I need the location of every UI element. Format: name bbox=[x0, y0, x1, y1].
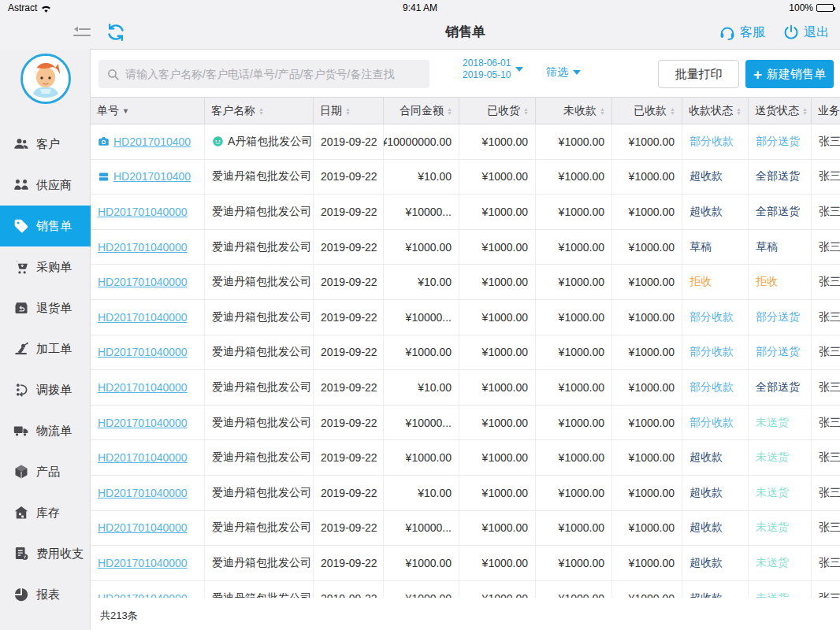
sidebar-item-供应商[interactable]: 供应商 bbox=[0, 165, 91, 206]
cell-contract: ¥10.00 bbox=[384, 476, 459, 510]
table-row[interactable]: HD201701040000爱迪丹箱包批发公司2019-09-22¥1000.0… bbox=[91, 581, 840, 598]
column-header-label: 日期 bbox=[320, 104, 342, 118]
cell-order_no: HD201701040000 bbox=[91, 335, 205, 370]
table-row[interactable]: HD201701040000爱迪丹箱包批发公司2019-09-22¥1000.0… bbox=[91, 546, 840, 581]
received_payment-value: ¥1000.00 bbox=[629, 346, 675, 358]
order-number-link[interactable]: HD201701040000 bbox=[98, 417, 188, 429]
sidebar-item-库存[interactable]: 库存 bbox=[0, 492, 91, 533]
order-number-link[interactable]: HD201701040000 bbox=[98, 521, 188, 534]
sidebar-item-采购单[interactable]: 采购单 bbox=[0, 246, 91, 287]
order-number-link[interactable]: HD201701040000 bbox=[98, 311, 188, 324]
customer-service-button[interactable]: 客服 bbox=[719, 24, 765, 41]
logout-button[interactable]: 退出 bbox=[782, 24, 829, 41]
order-number-link[interactable]: HD201701040000 bbox=[98, 557, 188, 569]
order-number-link[interactable]: HD201701040000 bbox=[98, 381, 188, 394]
sidebar-item-加工单[interactable]: 加工单 bbox=[0, 328, 91, 369]
date-value: 2019-09-22 bbox=[321, 276, 377, 288]
table-row[interactable]: HD201701040000爱迪丹箱包批发公司2019-09-22¥10000.… bbox=[91, 300, 840, 335]
cell-received_goods: ¥1000.00 bbox=[459, 406, 536, 440]
cell-received_goods: ¥1000.00 bbox=[459, 476, 536, 510]
table-row[interactable]: HD201701040000爱迪丹箱包批发公司2019-09-22¥10000.… bbox=[91, 406, 840, 441]
sidebar-item-客户[interactable]: 客户 bbox=[0, 124, 91, 165]
received_goods-value: ¥1000.00 bbox=[482, 487, 528, 499]
table-row[interactable]: HD201701040000爱迪丹箱包批发公司2019-09-22¥10.00¥… bbox=[91, 476, 840, 511]
orders-table: 单号▼客户名称▲▼日期▲▼合同金额▲▼已收货▲▼未收款▲▼已收款▲▼收款状态▲▼… bbox=[91, 97, 840, 598]
column-header-已收货[interactable]: 已收货▲▼ bbox=[459, 98, 536, 124]
cell-received_goods: ¥1000.00 bbox=[459, 300, 536, 335]
delivery_status-value: 部分送货 bbox=[756, 135, 800, 149]
cell-pay_status: 超收款 bbox=[682, 195, 749, 229]
column-header-日期[interactable]: 日期▲▼ bbox=[314, 98, 384, 124]
pay_status-value: 超收款 bbox=[689, 556, 723, 570]
logout-label: 退出 bbox=[804, 24, 829, 41]
sidebar-item-销售单[interactable]: 销售单 bbox=[0, 206, 91, 246]
cell-salesperson: 张三 bbox=[812, 195, 840, 229]
batch-print-button[interactable]: 批量打印 bbox=[658, 60, 739, 88]
user-avatar[interactable] bbox=[20, 54, 71, 104]
cell-received_goods: ¥1000.00 bbox=[459, 370, 536, 405]
cell-order_no: HD201701040000 bbox=[91, 195, 205, 229]
table-row[interactable]: HD2017010400A丹箱包批发公司2019-09-22¥10000000.… bbox=[91, 124, 840, 160]
cell-unpaid: ¥1000.00 bbox=[536, 230, 612, 265]
cell-contract: ¥10.00 bbox=[384, 265, 459, 299]
sidebar-item-调拨单[interactable]: 调拨单 bbox=[0, 369, 91, 410]
unpaid-value: ¥1000.00 bbox=[559, 557, 604, 569]
column-header-合同金额[interactable]: 合同金额▲▼ bbox=[384, 98, 459, 124]
date-range-picker[interactable]: 2018-06-01 2019-05-10 bbox=[463, 57, 523, 81]
sidebar-item-物流单[interactable]: 物流单 bbox=[0, 410, 91, 451]
column-header-业务[interactable]: 业务 bbox=[812, 98, 840, 124]
order-number-link[interactable]: HD201701040000 bbox=[98, 206, 188, 218]
sidebar-item-报表[interactable]: 报表 bbox=[0, 574, 91, 615]
cell-contract: ¥10000000.00 bbox=[384, 124, 459, 159]
sidebar-item-产品[interactable]: 产品 bbox=[0, 451, 91, 492]
cell-salesperson: 张三 bbox=[812, 440, 840, 475]
delivery_status-value: 全部送货 bbox=[756, 169, 800, 183]
order-number-link[interactable]: HD201701040000 bbox=[98, 451, 188, 464]
column-header-已收款[interactable]: 已收款▲▼ bbox=[612, 98, 682, 124]
sidebar-item-退货单[interactable]: 退货单 bbox=[0, 287, 91, 328]
customer-name: A丹箱包批发公司 bbox=[228, 135, 312, 149]
cell-salesperson: 张三 bbox=[812, 370, 840, 405]
contract-value: ¥1000.00 bbox=[406, 557, 452, 569]
table-row[interactable]: HD201701040000爱迪丹箱包批发公司2019-09-22¥1000.0… bbox=[91, 230, 840, 265]
order-number-link[interactable]: HD201701040000 bbox=[98, 487, 188, 499]
order-number-link[interactable]: HD201701040000 bbox=[98, 276, 188, 288]
collapse-sidebar-icon[interactable] bbox=[72, 24, 91, 41]
cell-delivery_status: 未送货 bbox=[749, 440, 812, 475]
cell-salesperson: 张三 bbox=[812, 124, 840, 159]
column-header-收款状态[interactable]: 收款状态▲▼ bbox=[682, 98, 749, 124]
column-header-单号[interactable]: 单号▼ bbox=[91, 98, 205, 124]
salesperson-value: 张三 bbox=[819, 521, 840, 535]
table-row[interactable]: HD201701040000爱迪丹箱包批发公司2019-09-22¥10.00¥… bbox=[91, 370, 840, 406]
order-number-link[interactable]: HD201701040000 bbox=[98, 241, 188, 254]
table-row[interactable]: HD201701040000爱迪丹箱包批发公司2019-09-22¥1000.0… bbox=[91, 440, 840, 476]
cell-customer: 爱迪丹箱包批发公司 bbox=[205, 160, 314, 195]
column-header-客户名称[interactable]: 客户名称▲▼ bbox=[205, 98, 314, 124]
search-input[interactable] bbox=[125, 68, 422, 80]
main-content: 2018-06-01 2019-05-10 筛选 批量打印 + 新建销售单 单号… bbox=[91, 49, 840, 630]
unpaid-value: ¥1000.00 bbox=[559, 381, 604, 394]
cell-received_goods: ¥1000.00 bbox=[459, 581, 536, 598]
column-header-label: 收款状态 bbox=[689, 104, 733, 118]
order-number-link[interactable]: HD201701040000 bbox=[98, 346, 188, 358]
column-header-未收款[interactable]: 未收款▲▼ bbox=[536, 98, 612, 124]
sidebar-item-费用收支[interactable]: 费用收支 bbox=[0, 533, 91, 574]
table-row[interactable]: HD201701040000爱迪丹箱包批发公司2019-09-22¥10.00¥… bbox=[91, 265, 840, 300]
table-row[interactable]: HD201701040000爱迪丹箱包批发公司2019-09-22¥1000.0… bbox=[91, 335, 840, 371]
new-sales-order-button[interactable]: + 新建销售单 bbox=[745, 60, 834, 88]
order-number-link[interactable]: HD2017010400 bbox=[113, 135, 191, 148]
table-row[interactable]: HD201701040000爱迪丹箱包批发公司2019-09-22¥10000.… bbox=[91, 511, 840, 547]
cell-pay_status: 超收款 bbox=[682, 511, 749, 546]
table-row[interactable]: HD201701040000爱迪丹箱包批发公司2019-09-22¥10000.… bbox=[91, 195, 840, 230]
sort-carets-icon: ▲▼ bbox=[523, 107, 529, 115]
order-number-link[interactable]: HD2017010400 bbox=[113, 170, 191, 183]
table-row[interactable]: HD2017010400爱迪丹箱包批发公司2019-09-22¥10.00¥10… bbox=[91, 160, 840, 195]
order-number-link[interactable]: HD201701040000 bbox=[98, 592, 188, 598]
received_goods-value: ¥1000.00 bbox=[482, 592, 528, 598]
date-value: 2019-09-22 bbox=[321, 417, 377, 429]
filter-button[interactable]: 筛选 bbox=[546, 65, 581, 80]
contract-value: ¥10.00 bbox=[418, 381, 452, 394]
cell-date: 2019-09-22 bbox=[314, 230, 384, 265]
received_payment-value: ¥1000.00 bbox=[629, 170, 675, 183]
column-header-送货状态[interactable]: 送货状态▲▼ bbox=[749, 98, 812, 124]
